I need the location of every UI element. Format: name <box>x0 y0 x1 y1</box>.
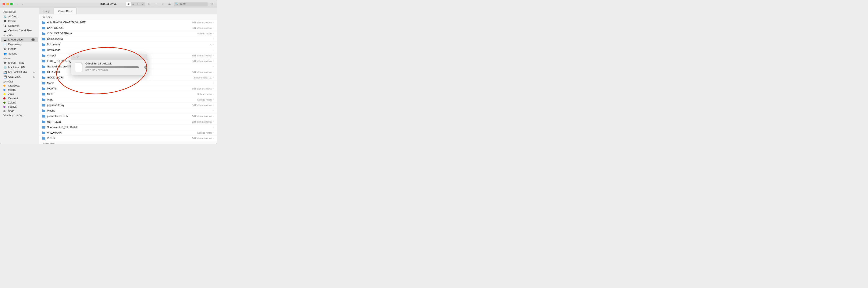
eject-usb-icon[interactable]: ⏏ <box>33 76 35 78</box>
chevron-right-icon: › <box>213 60 214 62</box>
chevron-right-icon: › <box>213 120 214 123</box>
cancel-button[interactable]: ✕ <box>144 65 147 69</box>
table-row[interactable]: MSK Sdíleno mnou › <box>39 97 217 103</box>
sidebar-item-label: Dokumenty <box>8 43 35 46</box>
nav-buttons: ‹ › <box>15 2 25 6</box>
sidebar-item-icloud-drive[interactable]: ☁ iCloud Drive <box>1 37 38 42</box>
sidebar-item-oranzova[interactable]: Oranžová <box>1 84 38 88</box>
finder-pane: Filmy iCloud Drive <box>39 8 217 144</box>
column-view-btn[interactable]: ⦀ <box>135 2 140 6</box>
sidebar-toggle-button[interactable]: ⊞ <box>209 1 214 6</box>
chevron-right-icon: › <box>213 93 214 95</box>
table-row[interactable]: MOST Sdíleno mnou › <box>39 91 217 97</box>
file-meta: Sdíleno mnou <box>197 132 212 134</box>
share-button[interactable]: ⊕ <box>167 1 172 6</box>
sidebar-item-plocha1[interactable]: 🖥 Plocha <box>1 19 38 24</box>
tab-filmy[interactable]: Filmy <box>39 8 54 14</box>
table-row[interactable]: Česká kvalita › <box>39 36 217 42</box>
chevron-right-icon: › <box>213 49 214 51</box>
sidebar-item-sdilene[interactable]: 👥 Sdílené <box>1 51 38 56</box>
table-row[interactable]: Downloads › <box>39 47 217 53</box>
table-row[interactable]: Dokumenty ☁ › <box>39 42 217 47</box>
file-name-area: VICLIP Sdílí alena srokova <box>47 137 212 140</box>
eject-icon[interactable]: ⏏ <box>33 71 35 74</box>
sidebar-item-plocha2[interactable]: 🖥 Plocha <box>1 47 38 51</box>
folder-icon <box>42 48 45 52</box>
folder-icon <box>42 81 45 85</box>
sidebar-item-seda[interactable]: Šedá <box>1 109 38 113</box>
sidebar-item-my-book-studio[interactable]: 💾 My Book Studio ⏏ <box>1 70 38 75</box>
table-row[interactable]: Martin › <box>39 80 217 86</box>
minimize-button[interactable] <box>6 3 9 5</box>
sidebar-item-modra[interactable]: Modrá <box>1 88 38 92</box>
close-button[interactable] <box>3 3 5 5</box>
file-name-area: CYKLOKROSTRAVA Sdíleno mnou <box>47 32 212 35</box>
sidebar-item-all-tags[interactable]: Všechny značky... <box>1 113 38 117</box>
table-row[interactable]: RBP – 2021 Sdílí alena srokova › <box>39 119 217 124</box>
table-row[interactable]: ALMANACH_CHARITA VALMEZ Sdílí alena srok… <box>39 20 217 25</box>
search-bar[interactable]: 🔍 <box>174 2 208 6</box>
forward-button[interactable]: › <box>20 2 25 6</box>
folder-icon <box>42 125 45 129</box>
sidebar-item-zelena[interactable]: Zelená <box>1 100 38 105</box>
yellow-dot <box>3 93 5 95</box>
airdrop-button[interactable]: ↓ <box>160 1 165 6</box>
popup-subtitle: 607,8 MB z 607,8 MB <box>85 69 144 71</box>
sidebar-item-dokumenty[interactable]: 📄 Dokumenty <box>1 42 38 47</box>
maximize-button[interactable] <box>10 3 13 5</box>
sidebar-item-zluta[interactable]: Žlutá <box>1 92 38 96</box>
table-row[interactable]: papírové tašky Sdílí alena srokova › <box>39 103 217 108</box>
folder-icon <box>42 21 45 24</box>
folders-section-header: Složky <box>39 15 217 20</box>
sidebar-item-creative-cloud[interactable]: ☁ Creative Cloud Files <box>1 28 38 33</box>
gallery-view-btn[interactable]: ⊡ <box>140 2 145 6</box>
table-row[interactable]: GOOD WORK Sdíleno mnou ☁ › <box>39 75 217 80</box>
cloud-files-icon: ☁ <box>3 29 7 32</box>
chevron-right-icon: › <box>213 132 214 134</box>
table-row[interactable]: CYKLOKROSTRAVA Sdíleno mnou › <box>39 31 217 36</box>
icloud-badge <box>31 38 35 41</box>
titlebar: ‹ › iCloud Drive ⊞ ≡ ⦀ ⊡ ⊞ ↑ ↓ ⊕ 🔍 ⊞ <box>0 0 217 8</box>
back-button[interactable]: ‹ <box>15 2 20 6</box>
usb-icon: 💾 <box>3 75 7 79</box>
table-row[interactable]: prezentace EDEN Sdílí alena srokova › <box>39 113 217 119</box>
sidebar-item-fialova[interactable]: Fialová <box>1 105 38 109</box>
table-row[interactable]: Sportovec213_foto Radek › <box>39 124 217 130</box>
file-name: CYKLOKROSTRAVA <box>47 32 196 35</box>
sidebar-item-airdrop[interactable]: 📡 AirDrop <box>1 14 38 19</box>
sidebar-item-martin-imac[interactable]: 🖥 Martin – iMac <box>1 60 38 65</box>
plocha2-icon: 🖥 <box>3 47 7 51</box>
progress-popup: Odesílání 16 položek ✕ 607,8 MB z 607,8 … <box>71 54 147 75</box>
chevron-right-icon: › <box>213 65 214 68</box>
sidebar-item-label: Fialová <box>8 106 35 108</box>
file-name-area: Martin <box>47 82 212 85</box>
file-name-area: CYKLOKROS Sdílí alena srokova <box>47 27 212 29</box>
table-row[interactable]: VALDMANN Sdíleno mnou › <box>39 130 217 136</box>
action-button[interactable]: ⊞ <box>147 1 152 6</box>
table-row[interactable]: VICLIP Sdílí alena srokova › <box>39 136 217 141</box>
sidebar-section-icloud: iCloud <box>0 33 39 37</box>
images-section-header: Obrázky <box>39 141 217 144</box>
file-name: prezentace EDEN <box>47 115 190 118</box>
table-row[interactable]: CYKLOKROS Sdílí alena srokova › <box>39 25 217 31</box>
file-name: MOST <box>47 93 196 96</box>
sidebar-item-stahovani[interactable]: ⬇ Stahování <box>1 24 38 28</box>
file-name: MORYS <box>47 87 190 90</box>
icon-view-btn[interactable]: ⊞ <box>126 2 131 6</box>
file-meta: Sdílí alena srokova <box>192 87 212 90</box>
file-name: papírové tašky <box>47 104 190 107</box>
list-view-btn[interactable]: ≡ <box>131 2 135 6</box>
search-input[interactable] <box>179 3 207 5</box>
upload-button[interactable]: ↑ <box>153 1 158 6</box>
tab-icloud-drive[interactable]: iCloud Drive <box>54 8 76 14</box>
blue-dot <box>3 89 5 91</box>
sidebar-item-usb-disk[interactable]: 💾 USB DISK ⏏ <box>1 75 38 79</box>
sidebar-item-label: Macintosh HD <box>8 66 35 69</box>
table-row[interactable]: MORYS Sdílí alena srokova › <box>39 86 217 91</box>
sidebar-item-label: Modrá <box>8 88 35 91</box>
toolbar-right: ⊞ ≡ ⦀ ⊡ ⊞ ↑ ↓ ⊕ 🔍 ⊞ <box>126 1 214 6</box>
sidebar-item-macintosh-hd[interactable]: 💿 Macintosh HD <box>1 65 38 70</box>
sidebar-item-cervena[interactable]: Červená <box>1 96 38 100</box>
file-name-area: Dokumenty ☁ <box>47 43 212 46</box>
table-row[interactable]: Plocha › <box>39 108 217 113</box>
